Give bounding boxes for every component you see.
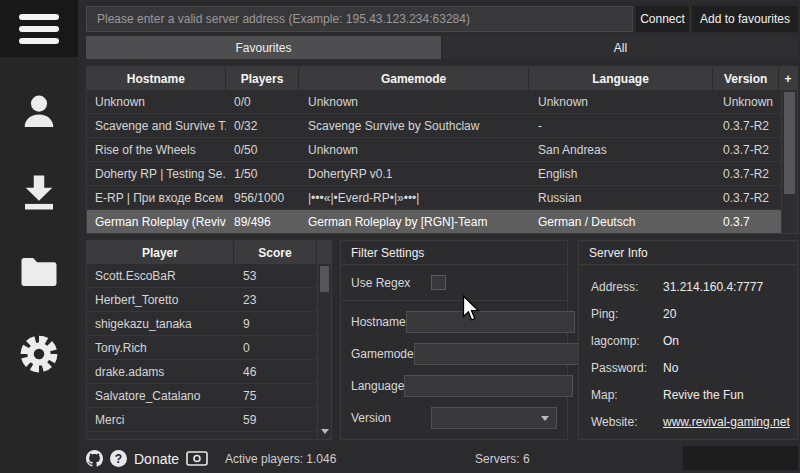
player-row[interactable]: Tony.Rich 0	[87, 336, 319, 360]
player-row[interactable]: Salvatore_Catalano 75	[87, 384, 319, 408]
server-info-value: No	[663, 361, 678, 375]
server-row-selected[interactable]: German Roleplay (Reviv... 89/496 German …	[87, 210, 781, 234]
column-header-players[interactable]: Players	[226, 67, 300, 90]
active-players-count: Active players: 1.046	[225, 452, 336, 466]
download-icon	[18, 171, 60, 213]
server-hostname: Unknown	[87, 90, 226, 113]
add-column-button[interactable]: +	[779, 67, 797, 90]
use-regex-label: Use Regex	[351, 276, 431, 290]
server-info-value: 31.214.160.4:7777	[663, 280, 763, 294]
add-to-favourites-button[interactable]: Add to favourites	[692, 6, 798, 32]
server-info-row: Ping: 20	[591, 300, 797, 327]
player-list-scrollbar[interactable]	[317, 264, 331, 439]
help-icon[interactable]: ?	[110, 450, 127, 467]
scrollbar-thumb[interactable]	[784, 92, 795, 194]
status-bar: ? Donate Active players: 1.046 Servers: …	[78, 444, 800, 473]
filter-language-input[interactable]	[404, 375, 573, 397]
server-language: Unknown	[530, 90, 715, 113]
server-language: Russian	[530, 186, 715, 209]
filter-hostname-label: Hostname	[351, 315, 406, 329]
sidebar-item-files[interactable]	[0, 248, 78, 296]
server-info-panel: Server Info Address: 31.214.160.4:7777 P…	[578, 240, 798, 440]
filter-version-dropdown[interactable]	[431, 407, 557, 429]
column-header-gamemode[interactable]: Gamemode	[299, 67, 528, 90]
filter-gamemode-row: Gamemode	[351, 343, 557, 365]
server-row[interactable]: Unknown 0/0 Unknown Unknown Unknown	[87, 90, 781, 114]
filter-hostname-row: Hostname	[351, 311, 557, 333]
filter-hostname-input[interactable]	[406, 311, 575, 333]
column-header-version[interactable]: Version	[713, 67, 779, 90]
server-version: 0.3.7-R2	[715, 114, 781, 137]
server-table: Hostname Players Gamemode Language Versi…	[86, 66, 798, 234]
column-header-hostname[interactable]: Hostname	[87, 67, 226, 90]
player-score: 59	[235, 413, 319, 427]
column-header-score[interactable]: Score	[234, 241, 317, 264]
server-table-scrollbar[interactable]	[781, 90, 797, 233]
server-gamemode: |•••«|•Everd-RP•|»•••|	[300, 186, 530, 209]
server-address-input[interactable]	[86, 6, 633, 32]
server-players: 0/50	[226, 138, 300, 161]
server-version: Unknown	[715, 90, 781, 113]
server-table-header: Hostname Players Gamemode Language Versi…	[87, 67, 797, 90]
server-language: German / Deutsch	[530, 210, 715, 233]
player-row[interactable]: Herbert_Toretto 23	[87, 288, 319, 312]
tab-favourites[interactable]: Favourites	[86, 36, 441, 59]
use-regex-checkbox[interactable]	[431, 275, 446, 290]
player-row[interactable]: shigekazu_tanaka 9	[87, 312, 319, 336]
donate-link[interactable]: Donate	[134, 451, 179, 467]
tab-all[interactable]: All	[443, 36, 798, 59]
player-name: Merci	[87, 413, 235, 427]
server-table-body: Unknown 0/0 Unknown Unknown Unknown Scav…	[87, 90, 781, 233]
server-players: 0/0	[226, 90, 300, 113]
server-gamemode: DohertyRP v0.1	[300, 162, 530, 185]
hamburger-icon	[19, 14, 59, 20]
player-score: 75	[235, 389, 319, 403]
player-score: 9	[235, 317, 319, 331]
player-score: 0	[235, 341, 319, 355]
sidebar-item-profile[interactable]	[0, 88, 78, 136]
server-website-link[interactable]: www.revival-gaming.net	[663, 415, 790, 429]
menu-button[interactable]	[0, 0, 78, 57]
server-version: 0.3.7-R2	[715, 186, 781, 209]
player-row[interactable]: Merci 59	[87, 408, 319, 432]
player-row[interactable]: Scott.EscoBaR 53	[87, 264, 319, 288]
server-info-row: Website: www.revival-gaming.net	[591, 408, 797, 435]
sidebar-item-settings[interactable]	[0, 330, 78, 378]
column-header-player[interactable]: Player	[87, 241, 234, 264]
server-row[interactable]: E-RP | При входе Всем ... 956/1000 |•••«…	[87, 186, 781, 210]
player-name: Scott.EscoBaR	[87, 269, 235, 283]
sidebar-item-downloads[interactable]	[0, 168, 78, 216]
player-score: 23	[235, 293, 319, 307]
filter-gamemode-input[interactable]	[414, 343, 583, 365]
player-name: drake.adams	[87, 365, 235, 379]
folder-icon	[18, 251, 60, 293]
server-gamemode: German Roleplay by [RGN]-Team	[300, 210, 530, 233]
server-hostname: German Roleplay (Reviv...	[87, 210, 226, 233]
filter-gamemode-label: Gamemode	[351, 347, 414, 361]
server-info-row: Map: Revive the Fun	[591, 381, 797, 408]
server-players: 956/1000	[226, 186, 300, 209]
filter-settings-panel: Filter Settings Use Regex Hostname Gamem…	[340, 240, 568, 440]
connect-button[interactable]: Connect	[636, 6, 689, 32]
server-info-label: lagcomp:	[591, 334, 663, 348]
scrollbar-thumb[interactable]	[320, 266, 329, 292]
server-gamemode: Unknown	[300, 138, 530, 161]
player-name: Tony.Rich	[87, 341, 235, 355]
server-row[interactable]: Rise of the Wheels 0/50 Unknown San Andr…	[87, 138, 781, 162]
server-hostname: Scavenge and Survive T...	[87, 114, 226, 137]
server-gamemode: Unknown	[300, 90, 530, 113]
scroll-down-button[interactable]	[318, 425, 331, 437]
server-info-row: Address: 31.214.160.4:7777	[591, 273, 797, 300]
server-row[interactable]: Scavenge and Survive T... 0/32 Scavenge …	[87, 114, 781, 138]
player-list-header: Player Score	[87, 241, 331, 264]
player-score: 46	[235, 365, 319, 379]
server-info-label: Password:	[591, 361, 663, 375]
server-players: 0/32	[226, 114, 300, 137]
server-row[interactable]: Doherty RP | Testing Se... 1/50 DohertyR…	[87, 162, 781, 186]
server-language: San Andreas	[530, 138, 715, 161]
server-hostname: Doherty RP | Testing Se...	[87, 162, 226, 185]
player-row[interactable]: drake.adams 46	[87, 360, 319, 384]
github-icon[interactable]	[86, 450, 103, 467]
donate-cash-icon[interactable]	[186, 451, 208, 466]
column-header-language[interactable]: Language	[529, 67, 713, 90]
